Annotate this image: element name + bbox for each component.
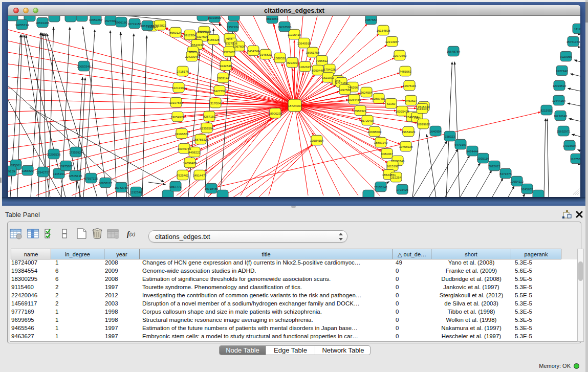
svg-text:12213369: 12213369 — [172, 86, 186, 90]
svg-text:16154808: 16154808 — [377, 29, 390, 32]
svg-text:6966160: 6966160 — [115, 21, 127, 24]
svg-text:8215953: 8215953 — [540, 109, 553, 112]
svg-text:10671355: 10671355 — [141, 25, 155, 28]
svg-text:10958117: 10958117 — [99, 182, 113, 185]
svg-text:317004: 317004 — [210, 102, 221, 105]
svg-text:10807487: 10807487 — [372, 97, 386, 100]
svg-text:18807249: 18807249 — [374, 141, 388, 144]
svg-text:16648784: 16648784 — [447, 50, 461, 53]
svg-text:18724007: 18724007 — [288, 104, 302, 107]
svg-text:8471676: 8471676 — [499, 172, 512, 176]
svg-text:19654923: 19654923 — [171, 116, 185, 119]
svg-text:8454749: 8454749 — [247, 50, 259, 53]
svg-text:7357224: 7357224 — [227, 26, 239, 29]
svg-text:1167553: 1167553 — [571, 158, 580, 161]
svg-text:7986322: 7986322 — [354, 110, 366, 113]
svg-text:11353594: 11353594 — [200, 127, 214, 130]
svg-text:822203: 822203 — [287, 61, 298, 64]
svg-text:9329966: 9329966 — [560, 55, 572, 58]
svg-text:14914479: 14914479 — [193, 174, 207, 177]
svg-text:17016504: 17016504 — [563, 144, 577, 147]
svg-text:1156829: 1156829 — [22, 169, 34, 172]
svg-text:9245652: 9245652 — [521, 188, 533, 191]
svg-text:9146821: 9146821 — [259, 53, 272, 56]
svg-text:10046766: 10046766 — [178, 147, 191, 150]
svg-text:10975887: 10975887 — [59, 165, 73, 168]
svg-text:9463627: 9463627 — [405, 99, 417, 102]
svg-text:(x): (x) — [129, 231, 136, 237]
svg-text:12444154: 12444154 — [552, 99, 566, 102]
svg-text:12942757: 12942757 — [36, 171, 50, 174]
svg-text:9084067: 9084067 — [381, 152, 393, 156]
svg-text:15692971: 15692971 — [557, 130, 571, 133]
svg-text:10688609: 10688609 — [368, 130, 382, 134]
svg-text:2967608: 2967608 — [233, 45, 245, 48]
svg-text:16961758: 16961758 — [306, 51, 320, 54]
svg-text:3375685: 3375685 — [223, 51, 235, 54]
svg-text:20364456: 20364456 — [347, 98, 361, 101]
svg-text:1145194: 1145194 — [53, 172, 66, 176]
svg-text:11325419: 11325419 — [288, 33, 301, 36]
svg-text:8878532: 8878532 — [194, 138, 207, 141]
svg-text:10107554: 10107554 — [169, 101, 183, 104]
svg-text:252254: 252254 — [391, 176, 402, 179]
svg-text:7632621: 7632621 — [488, 165, 500, 168]
svg-text:7955812: 7955812 — [316, 59, 328, 62]
svg-text:1192346: 1192346 — [130, 191, 143, 194]
svg-text:9777169: 9777169 — [335, 81, 347, 84]
svg-text:9857771: 9857771 — [169, 185, 182, 188]
svg-text:62160: 62160 — [387, 102, 396, 105]
svg-text:20053346: 20053346 — [77, 65, 91, 68]
svg-text:10654112: 10654112 — [510, 180, 524, 183]
svg-text:20691406: 20691406 — [36, 21, 50, 25]
svg-text:10025438: 10025438 — [396, 110, 409, 113]
svg-text:9327506: 9327506 — [196, 35, 208, 38]
svg-text:7625402: 7625402 — [177, 174, 189, 177]
svg-text:1733426: 1733426 — [396, 188, 408, 191]
svg-text:2087682: 2087682 — [365, 18, 377, 21]
svg-text:39159: 39159 — [8, 170, 15, 173]
svg-text:1362615: 1362615 — [299, 65, 311, 69]
svg-text:22420046: 22420046 — [185, 55, 199, 58]
svg-text:15751074: 15751074 — [567, 40, 580, 43]
svg-text:98901: 98901 — [189, 51, 198, 54]
svg-text:1621072: 1621072 — [322, 76, 334, 79]
svg-text:11124: 11124 — [574, 28, 580, 31]
svg-text:10899695: 10899695 — [417, 123, 430, 126]
svg-text:8267150: 8267150 — [203, 115, 215, 118]
svg-text:15136141: 15136141 — [374, 186, 388, 189]
svg-text:19218506: 19218506 — [278, 26, 292, 29]
svg-text:8186328: 8186328 — [207, 38, 220, 41]
svg-text:12093822: 12093822 — [553, 84, 567, 87]
svg-text:8813054: 8813054 — [266, 17, 278, 20]
svg-text:12975115: 12975115 — [403, 84, 417, 87]
svg-text:1588520: 1588520 — [274, 57, 286, 60]
svg-text:18900293: 18900293 — [269, 112, 282, 115]
svg-text:1640954: 1640954 — [429, 130, 442, 133]
svg-text:10719155: 10719155 — [128, 23, 142, 26]
svg-text:19654923: 19654923 — [402, 130, 416, 134]
svg-text:3624554: 3624554 — [360, 91, 373, 94]
svg-text:20206536: 20206536 — [47, 153, 61, 156]
svg-text:17359924: 17359924 — [69, 151, 83, 154]
svg-text:2935114: 2935114 — [477, 157, 490, 160]
svg-text:6479197: 6479197 — [454, 143, 467, 146]
svg-text:8660124: 8660124 — [169, 31, 182, 34]
svg-text:546: 546 — [227, 37, 233, 40]
svg-text:2718176: 2718176 — [177, 70, 189, 73]
svg-text:14099489: 14099489 — [183, 162, 197, 165]
svg-text:8912954: 8912954 — [184, 34, 196, 37]
svg-text:13640910: 13640910 — [297, 42, 311, 45]
svg-text:10973493: 10973493 — [393, 54, 407, 57]
svg-text:3113403: 3113403 — [417, 107, 429, 111]
svg-text:2803144: 2803144 — [217, 77, 229, 80]
svg-text:16543312: 16543312 — [190, 43, 204, 47]
svg-text:8990448: 8990448 — [312, 69, 324, 72]
svg-text:19718485: 19718485 — [205, 187, 219, 190]
svg-text:12505135: 12505135 — [69, 174, 82, 178]
svg-text:16033809: 16033809 — [208, 16, 222, 19]
svg-text:7663822: 7663822 — [154, 24, 166, 27]
svg-text:4498222: 4498222 — [188, 151, 201, 154]
svg-text:15720407: 15720407 — [361, 119, 375, 122]
svg-text:10653267: 10653267 — [89, 18, 103, 21]
